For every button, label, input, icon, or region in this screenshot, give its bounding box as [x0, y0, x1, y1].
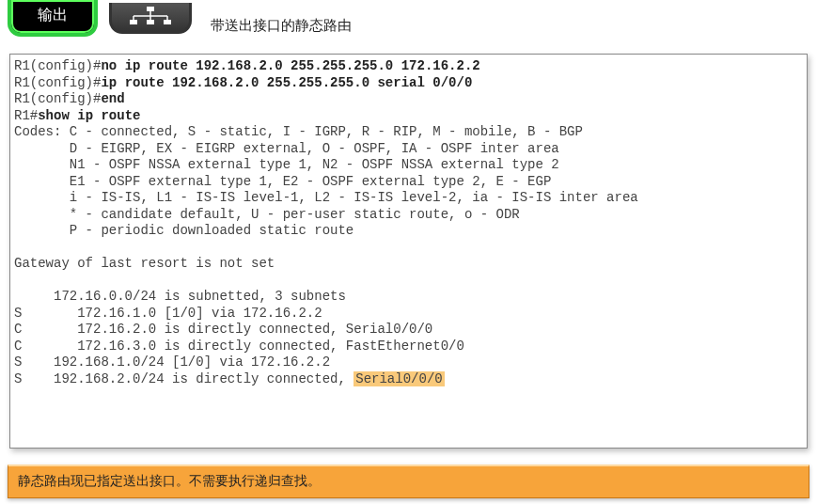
codes-line: D - EIGRP, EX - EIGRP external, O - OSPF… — [14, 141, 559, 156]
terminal-output: R1(config)#no ip route 192.168.2.0 255.2… — [12, 56, 805, 389]
terminal-panel: R1(config)#no ip route 192.168.2.0 255.2… — [9, 54, 808, 449]
network-topology-icon — [129, 7, 172, 25]
highlighted-interface: Serial0/0/0 — [354, 371, 444, 386]
route-line: S 192.168.2.0/24 is directly connected, — [14, 371, 354, 386]
command: ip route 192.168.2.0 255.255.255.0 seria… — [101, 75, 472, 90]
prompt: R1(config)# — [14, 58, 101, 73]
output-button[interactable]: 输出 — [8, 0, 98, 37]
codes-line: i - IS-IS, L1 - IS-IS level-1, L2 - IS-I… — [14, 190, 638, 205]
subnet-header: 172.16.0.0/24 is subnetted, 3 subnets — [14, 289, 346, 304]
svg-rect-7 — [147, 20, 154, 24]
svg-rect-0 — [147, 7, 154, 11]
svg-rect-8 — [164, 20, 171, 24]
command: end — [101, 91, 124, 106]
network-icon-button[interactable] — [109, 3, 192, 34]
codes-line: N1 - OSPF NSSA external type 1, N2 - OSP… — [14, 157, 559, 172]
codes-line: P - periodic downloaded static route — [14, 223, 354, 238]
prompt: R1# — [14, 108, 38, 123]
footer-text: 静态路由现已指定送出接口。不需要执行递归查找。 — [18, 474, 321, 488]
command: no ip route 192.168.2.0 255.255.255.0 17… — [101, 58, 479, 73]
route-line: C 172.16.2.0 is directly connected, Seri… — [14, 322, 432, 337]
page-title: 带送出接口的静态路由 — [211, 2, 352, 35]
prompt: R1(config)# — [14, 91, 101, 106]
command: show ip route — [38, 108, 140, 123]
route-line: C 172.16.3.0 is directly connected, Fast… — [14, 339, 464, 354]
header-row: 输出 带送出接口的静态路由 — [0, 0, 817, 37]
route-line: S 172.16.1.0 [1/0] via 172.16.2.2 — [14, 306, 322, 321]
codes-line: E1 - OSPF external type 1, E2 - OSPF ext… — [14, 174, 551, 189]
footer-note: 静态路由现已指定送出接口。不需要执行递归查找。 — [8, 465, 809, 498]
gateway-line: Gateway of last resort is not set — [14, 256, 275, 271]
route-line: S 192.168.1.0/24 [1/0] via 172.16.2.2 — [14, 354, 330, 370]
svg-rect-6 — [130, 20, 137, 24]
codes-line: Codes: C - connected, S - static, I - IG… — [14, 124, 583, 139]
prompt: R1(config)# — [14, 75, 101, 90]
codes-line: * - candidate default, U - per-user stat… — [14, 207, 520, 222]
